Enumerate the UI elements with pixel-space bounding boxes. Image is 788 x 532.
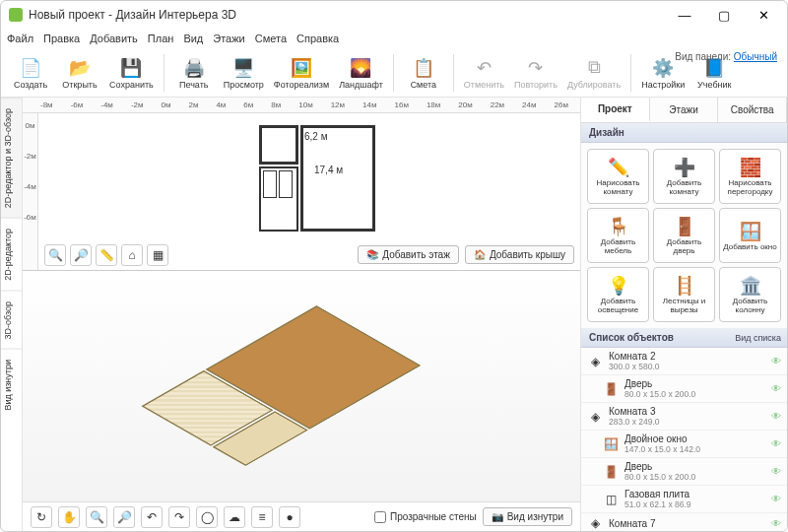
titlebar: Новый проект - Дизайн Интерьера 3D — ▢ ✕ [1,1,787,29]
toolbar-Печать[interactable]: 🖨️Печать [170,50,218,96]
panel-mode-label: Вид панели: Обычный [675,51,777,62]
app-icon [9,8,23,22]
zoom-out-icon[interactable]: 🔍 [44,244,66,266]
separator [164,54,164,92]
window-title: Новый проект - Дизайн Интерьера 3D [29,8,665,22]
right-tab-Этажи[interactable]: Этажи [650,98,719,122]
visibility-icon[interactable]: 👁 [771,494,781,504]
zoom-out-3d-icon[interactable]: 🔍 [86,506,107,528]
Ландшафт-icon: 🌄 [349,56,372,80]
toolbar-Сохранить[interactable]: 💾Сохранить [105,50,158,96]
bottom-toolbar: ↻ ✋ 🔍 🔎 ↶ ↷ ◯ ☁ ≡ ● Прозрачные стены 📷 В… [23,501,580,531]
toolbar-Просмотр[interactable]: 🖥️Просмотр [220,50,268,96]
orbit-icon[interactable]: ◯ [196,506,218,528]
design-icon: ➕ [674,157,695,178]
object-icon: ◫ [603,493,619,506]
menu-bar: ФайлПравкаДобавитьПланВидЭтажиСметаСправ… [1,29,787,48]
toolbar-Фотореализм[interactable]: 🖼️Фотореализм [270,50,333,96]
layers-icon[interactable]: ≡ [251,506,273,528]
minimize-button[interactable]: — [665,2,704,28]
toolbar-Открыть[interactable]: 📂Открыть [56,50,103,96]
menu-Смета[interactable]: Смета [255,33,287,44]
design-Добавить мебель[interactable]: 🪑Добавить мебель [587,208,649,263]
zoom-in-icon[interactable]: 🔎 [70,244,92,266]
object-icon: 🚪 [603,382,619,396]
visibility-icon[interactable]: 👁 [771,411,781,422]
add-roof-button[interactable]: 🏠 Добавить крышу [465,245,574,264]
toolbar-Смета[interactable]: 📋Смета [400,50,447,96]
floorplan[interactable]: 6,2 м 17,4 м [259,125,377,233]
Создать-icon: 📄 [19,56,42,80]
menu-Файл[interactable]: Файл [7,33,33,44]
design-Нарисовать перегородку[interactable]: 🧱Нарисовать перегородку [719,149,781,204]
right-tabs: ПроектЭтажиСвойства [581,98,787,123]
object-row[interactable]: ◈Комната 7👁 [581,513,787,531]
left-tab-2[interactable]: 3D-обзор [1,291,22,350]
inside-view-button[interactable]: 📷 Вид изнутри [483,507,572,526]
design-Нарисовать комнату[interactable]: ✏️Нарисовать комнату [587,149,649,204]
pan-icon[interactable]: ✋ [58,506,80,528]
panel-mode-link[interactable]: Обычный [734,51,777,62]
home-icon[interactable]: ⌂ [121,244,143,266]
right-tab-Проект[interactable]: Проект [581,98,650,122]
iso-model[interactable] [141,295,461,479]
menu-Добавить[interactable]: Добавить [90,33,138,44]
left-tab-1[interactable]: 2D-редактор [1,218,22,291]
rotate360-icon[interactable]: ↻ [31,506,52,528]
visibility-icon[interactable]: 👁 [771,356,781,366]
design-Лестницы и вырезы[interactable]: 🪜Лестницы и вырезы [653,267,715,322]
object-row[interactable]: 🚪Дверь80.0 x 15.0 x 200.0👁 [581,458,787,486]
right-tab-Свойства[interactable]: Свойства [718,98,787,122]
object-row[interactable]: ◈Комната 2300.0 x 580.0👁 [581,348,787,375]
menu-План[interactable]: План [148,33,174,44]
add-floor-button[interactable]: 📚 Добавить этаж [358,245,459,264]
menu-Правка[interactable]: Правка [43,33,80,44]
transparent-walls-checkbox[interactable]: Прозрачные стены [374,511,477,523]
design-Добавить дверь[interactable]: 🚪Добавить дверь [653,208,715,263]
objects-view-mode[interactable]: Вид списка [735,333,781,343]
view2d-actions: 📚 Добавить этаж 🏠 Добавить крышу [358,245,574,264]
Смета-icon: 📋 [412,56,435,80]
design-Добавить освещение[interactable]: 💡Добавить освещение [587,267,649,322]
menu-Этажи[interactable]: Этажи [213,33,244,44]
right-panel: ПроектЭтажиСвойства Дизайн ✏️Нарисовать … [580,98,787,531]
close-button[interactable]: ✕ [744,2,783,28]
object-row[interactable]: 🚪Дверь80.0 x 15.0 x 200.0👁 [581,375,787,403]
design-Добавить окно[interactable]: 🪟Добавить окно [719,208,781,263]
design-icon: 🪑 [608,216,629,237]
object-row[interactable]: 🪟Двойное окно147.0 x 15.0 x 142.0👁 [581,431,787,458]
menu-Вид[interactable]: Вид [183,33,203,44]
menu-Справка[interactable]: Справка [296,33,339,44]
left-tab-0[interactable]: 2D-редактор и 3D-обзор [1,98,22,218]
redo-view-icon[interactable]: ↷ [168,506,190,528]
ruler-horizontal: -8м-6м-4м-2м0м2м4м6м8м10м12м14м16м18м20м… [23,98,580,113]
maximize-button[interactable]: ▢ [704,2,744,28]
object-list[interactable]: ◈Комната 2300.0 x 580.0👁🚪Дверь80.0 x 15.… [581,348,787,531]
Открыть-icon: 📂 [68,56,92,80]
undo-view-icon[interactable]: ↶ [141,506,163,528]
view-3d[interactable] [23,271,580,501]
left-tab-3[interactable]: Вид изнутри [1,349,22,421]
visibility-icon[interactable]: 👁 [771,438,781,449]
ruler-icon[interactable]: 📏 [96,244,117,266]
design-Добавить колонну[interactable]: 🏛️Добавить колонну [719,267,781,322]
toolbar-Ландшафт[interactable]: 🌄Ландшафт [335,50,387,96]
toolbar-Создать[interactable]: 📄Создать [7,50,54,96]
design-grid: ✏️Нарисовать комнату➕Добавить комнату🧱На… [581,143,787,328]
object-icon: ◈ [587,355,603,368]
view-2d[interactable]: 0м-2м-4м-6м 6,2 м 17,4 м 🔍 🔎 📏 ⌂ ▦ 📚 Доб… [23,113,580,271]
visibility-icon[interactable]: 👁 [771,383,781,394]
visibility-icon[interactable]: 👁 [771,518,781,529]
object-icon: 🚪 [603,465,619,479]
visibility-icon[interactable]: 👁 [771,466,781,477]
zoom-in-3d-icon[interactable]: 🔎 [113,506,135,528]
Просмотр-icon: 🖥️ [231,56,255,80]
ruler-vertical: 0м-2м-4м-6м [23,113,38,270]
record-icon[interactable]: ● [279,506,300,528]
grid-icon[interactable]: ▦ [147,244,168,266]
object-row[interactable]: ◈Комната 3283.0 x 249.0👁 [581,403,787,431]
view-icon[interactable]: ☁ [224,506,245,528]
design-Добавить комнату[interactable]: ➕Добавить комнату [653,149,715,204]
object-row[interactable]: ◫Газовая плита51.0 x 62.1 x 86.9👁 [581,486,787,513]
room-area-2: 17,4 м [314,165,343,175]
